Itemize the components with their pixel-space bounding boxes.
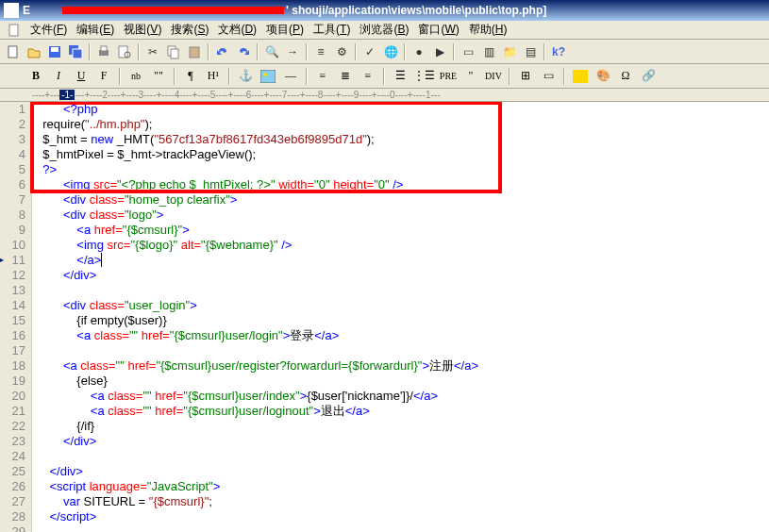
code-line: <div class="user_login">: [36, 298, 769, 313]
code-line: [36, 449, 769, 464]
goto-button[interactable]: →: [283, 42, 302, 61]
line-number: 28: [0, 509, 25, 524]
ul-button[interactable]: ☰: [391, 67, 410, 86]
output-button[interactable]: ▤: [521, 42, 540, 61]
spell-button[interactable]: ✓: [360, 42, 379, 61]
div-button[interactable]: DIV: [484, 67, 503, 86]
code-line: </div>: [36, 434, 769, 449]
help-button[interactable]: k?: [549, 42, 568, 61]
menu-tools[interactable]: 工具(T): [309, 20, 354, 40]
italic-button[interactable]: I: [49, 67, 68, 86]
font-button[interactable]: F: [94, 67, 113, 86]
code-line: <a class="" href="{$cmsurl}user/login">登…: [36, 328, 769, 343]
redo-button[interactable]: [234, 42, 253, 61]
quote-button[interactable]: "": [149, 67, 168, 86]
code-area[interactable]: <?php require("../hm.php"); $_hmt = new …: [32, 102, 769, 532]
align-center-button[interactable]: ≣: [336, 67, 355, 86]
align-left-button[interactable]: ≡: [313, 67, 332, 86]
menu-browser[interactable]: 浏览器(B): [356, 20, 412, 40]
panel-button[interactable]: ▥: [479, 42, 498, 61]
column-ruler: ----+----1----+----2----+----3----+----4…: [0, 89, 769, 102]
svg-rect-12: [190, 47, 199, 58]
line-number: 15: [0, 313, 25, 328]
line-number: 3: [0, 132, 25, 147]
wordwrap-button[interactable]: ≡: [311, 42, 330, 61]
code-line: <img src="{$logo}" alt="{$webname}" />: [36, 238, 769, 253]
line-number: 4: [0, 147, 25, 162]
separator: [306, 43, 308, 60]
play-button[interactable]: ▶: [430, 42, 449, 61]
line-number: 10: [0, 238, 25, 253]
hr-button[interactable]: —: [281, 67, 300, 86]
save-button[interactable]: [45, 42, 64, 61]
code-line: $_hmt = new _HMT("567cf13a7bf8617fd343eb…: [36, 132, 769, 147]
code-line: <?php: [36, 102, 769, 117]
link-button[interactable]: 🔗: [639, 67, 658, 86]
separator: [355, 43, 357, 60]
toolbar-main: ✂ 🔍 → ≡ ⚙ ✓ 🌐 ● ▶ ▭ ▥ 📁 ▤ k?: [0, 40, 769, 64]
image-button[interactable]: [259, 67, 277, 86]
code-line: </script>: [36, 509, 769, 524]
menu-file[interactable]: [4, 22, 25, 39]
title-path: ' shouji/application\views\mobile\public…: [286, 4, 546, 17]
find-button[interactable]: 🔍: [262, 42, 281, 61]
svg-rect-11: [171, 49, 178, 58]
menu-file-text[interactable]: 文件(F): [26, 20, 71, 40]
line-number: 19: [0, 374, 25, 389]
bold-button[interactable]: B: [26, 67, 45, 86]
open-file-button[interactable]: [25, 42, 43, 61]
char-button[interactable]: Ω: [616, 67, 635, 86]
underline-button[interactable]: U: [72, 67, 91, 86]
color-button[interactable]: [571, 67, 590, 86]
print-button[interactable]: [94, 42, 113, 61]
anchor-button[interactable]: ⚓: [236, 67, 255, 86]
heading-button[interactable]: H¹: [204, 67, 223, 86]
menu-window[interactable]: 窗口(W): [414, 20, 462, 40]
line-gutter: 1234567891011121314151617181920212223242…: [0, 102, 32, 532]
line-number: 29: [0, 524, 25, 532]
settings-button[interactable]: ⚙: [332, 42, 351, 61]
browser-button[interactable]: 🌐: [381, 42, 400, 61]
line-number: 11: [0, 253, 25, 268]
record-button[interactable]: ●: [410, 42, 428, 61]
menu-document[interactable]: 文档(D): [214, 20, 260, 40]
copy-button[interactable]: [164, 42, 183, 61]
code-line: <a class="" href="{$cmsurl}user/loginout…: [36, 404, 769, 419]
paste-button[interactable]: [185, 42, 204, 61]
cut-button[interactable]: ✂: [143, 42, 162, 61]
paragraph-button[interactable]: ¶: [181, 67, 200, 86]
svg-rect-15: [573, 70, 588, 83]
palette-button[interactable]: 🎨: [593, 67, 612, 86]
directory-button[interactable]: 📁: [500, 42, 519, 61]
save-all-button[interactable]: [66, 42, 85, 61]
blockquote-button[interactable]: ": [461, 67, 480, 86]
svg-rect-3: [51, 47, 59, 52]
table-button[interactable]: ⊞: [516, 67, 535, 86]
line-number: 23: [0, 434, 25, 449]
align-right-button[interactable]: ≡: [359, 67, 377, 86]
code-line: <div class="logo">: [36, 208, 769, 223]
windows-button[interactable]: ▭: [459, 42, 477, 61]
svg-point-14: [263, 73, 267, 76]
separator: [306, 68, 308, 85]
separator: [404, 43, 406, 60]
menu-edit[interactable]: 编辑(E): [73, 20, 118, 40]
menu-view[interactable]: 视图(V): [120, 20, 165, 40]
pre-button[interactable]: PRE: [439, 67, 458, 86]
print-preview-button[interactable]: [115, 42, 134, 61]
code-editor[interactable]: 1234567891011121314151617181920212223242…: [0, 102, 769, 532]
app-icon: [4, 3, 19, 18]
menu-help[interactable]: 帮助(H): [465, 20, 511, 40]
line-number: 27: [0, 494, 25, 509]
nbsp-button[interactable]: nb: [126, 67, 145, 86]
menu-project[interactable]: 项目(P): [262, 20, 308, 40]
undo-button[interactable]: [213, 42, 232, 61]
new-file-button[interactable]: [4, 42, 23, 61]
ol-button[interactable]: ⋮☰: [413, 67, 435, 86]
line-number: 8: [0, 208, 25, 223]
code-line: </div>: [36, 464, 769, 479]
line-number: 24: [0, 449, 25, 464]
menu-search[interactable]: 搜索(S): [167, 20, 212, 40]
form-button[interactable]: ▭: [539, 67, 558, 86]
line-number: 26: [0, 479, 25, 494]
